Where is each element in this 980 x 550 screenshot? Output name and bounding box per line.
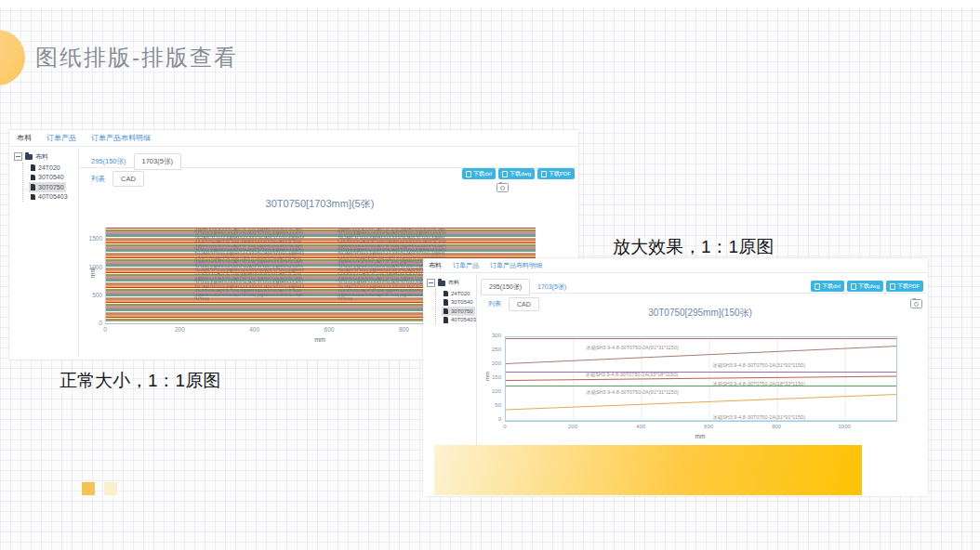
file-export-icon bbox=[502, 171, 508, 177]
layout-lines bbox=[506, 337, 896, 421]
folder-icon bbox=[438, 281, 445, 286]
tree-item-label: 24T020 bbox=[38, 164, 60, 171]
tree-root-row[interactable]: 布料 bbox=[427, 278, 478, 288]
bottom-accent-bar bbox=[434, 445, 862, 495]
y-tick: 100 bbox=[477, 388, 501, 394]
export-button-下载dwg[interactable]: 下载dwg bbox=[498, 168, 535, 179]
tree-item-label: 30T0750 bbox=[451, 308, 473, 314]
layout-strip bbox=[106, 234, 536, 237]
tree-item-30T0540[interactable]: 30T0540 bbox=[29, 173, 66, 183]
x-tick: 800 bbox=[394, 326, 413, 333]
export-button-label: 下载dwg bbox=[858, 283, 880, 289]
tab-CAD[interactable]: CAD bbox=[113, 171, 144, 187]
export-button-label: 下载dxf bbox=[473, 171, 492, 177]
view-tabs: 列表CAD bbox=[84, 171, 144, 187]
material-tree: 布料24T02030T054030T075040T05403 bbox=[14, 151, 70, 202]
y-tick: 300 bbox=[477, 333, 501, 338]
tree-root-label: 布料 bbox=[35, 152, 48, 162]
tab-1703(5张)[interactable]: 1703(5张) bbox=[134, 153, 181, 170]
tree-item-30T0750[interactable]: 30T0750 bbox=[442, 307, 475, 316]
export-button-下载dxf[interactable]: 下载dxf bbox=[462, 168, 496, 179]
file-icon bbox=[31, 164, 35, 171]
export-button-label: 下载PDF bbox=[897, 283, 920, 289]
layout-strip bbox=[106, 242, 536, 243]
layout-line-cut-diagonal-upper bbox=[506, 347, 896, 364]
x-tick: 600 bbox=[320, 326, 338, 333]
view-tabs: 列表CAD bbox=[481, 296, 539, 311]
file-export-icon bbox=[814, 283, 820, 290]
tab-CAD[interactable]: CAD bbox=[509, 297, 539, 311]
export-buttons: 下载dxf下载dwg下载PDF bbox=[462, 168, 575, 179]
tree-root-label: 布料 bbox=[448, 279, 459, 287]
y-tick: 250 bbox=[477, 347, 501, 352]
tab-列表[interactable]: 列表 bbox=[84, 172, 113, 187]
file-icon bbox=[31, 175, 35, 181]
tree-children: 24T02030T054030T075040T05403 bbox=[22, 163, 70, 202]
export-button-下载PDF[interactable]: 下载PDF bbox=[886, 281, 923, 292]
deco-square-dark bbox=[82, 482, 95, 495]
material-tree: 布料24T02030T054030T075040T05403 bbox=[427, 278, 478, 324]
tab-订单产品布料明细[interactable]: 订单产品布料明细 bbox=[91, 133, 151, 143]
file-export-icon bbox=[851, 283, 856, 290]
export-button-下载PDF[interactable]: 下载PDF bbox=[537, 168, 575, 179]
y-tick: 50 bbox=[477, 402, 501, 408]
export-button-label: 下载PDF bbox=[549, 171, 571, 177]
tab-布料[interactable]: 布料 bbox=[17, 133, 32, 143]
chart-title: 30T0750[1703mm](5张) bbox=[105, 197, 535, 211]
x-tick: 0 bbox=[96, 326, 114, 333]
top-white-strip bbox=[0, 0, 980, 7]
x-tick: 0 bbox=[496, 424, 514, 429]
collapse-icon[interactable] bbox=[14, 152, 22, 161]
x-tick: 1000 bbox=[835, 424, 854, 429]
x-tick: 600 bbox=[699, 424, 718, 429]
divider bbox=[423, 272, 928, 273]
save-image-icon[interactable] bbox=[910, 299, 922, 308]
part-label-cluster: 冰箱SH3.9-4.8-30T0750-2A(91*31*1150) 冰箱SH3… bbox=[194, 228, 304, 323]
tab-订单产品[interactable]: 订单产品 bbox=[453, 261, 479, 270]
layout-strip bbox=[106, 249, 536, 252]
file-icon bbox=[31, 184, 35, 190]
tree-item-24T020[interactable]: 24T020 bbox=[442, 289, 471, 298]
file-export-icon bbox=[541, 171, 547, 177]
export-button-下载dwg[interactable]: 下载dwg bbox=[847, 281, 883, 292]
file-export-icon bbox=[890, 283, 895, 290]
tree-item-label: 30T0750 bbox=[38, 184, 64, 190]
y-axis-label: mm bbox=[484, 372, 490, 381]
caption-zoom-effect: 放大效果，1：1原图 bbox=[613, 235, 774, 259]
tab-布料[interactable]: 布料 bbox=[429, 261, 442, 270]
file-icon bbox=[444, 317, 448, 323]
export-button-label: 下载dxf bbox=[822, 283, 841, 289]
tree-item-label: 40T05403 bbox=[451, 317, 476, 322]
tree-item-40T05403[interactable]: 40T05403 bbox=[29, 192, 70, 203]
x-tick: 200 bbox=[170, 326, 189, 333]
export-button-下载dxf[interactable]: 下载dxf bbox=[811, 281, 844, 292]
y-tick: 0 bbox=[477, 416, 501, 422]
caption-normal-size: 正常大小，1：1原图 bbox=[60, 369, 220, 393]
tab-订单产品布料明细[interactable]: 订单产品布料明细 bbox=[490, 261, 542, 270]
y-tick: 200 bbox=[477, 360, 501, 366]
tree-item-30T0750[interactable]: 30T0750 bbox=[29, 182, 66, 192]
save-image-icon[interactable] bbox=[497, 183, 509, 192]
tree-children: 24T02030T054030T075040T05403 bbox=[435, 289, 478, 324]
file-icon bbox=[31, 194, 35, 201]
export-button-label: 下载dwg bbox=[510, 171, 531, 177]
module-tabs: 布料订单产品订单产品布料明细 bbox=[429, 261, 542, 270]
layout-line-cut-diagonal-lower bbox=[506, 395, 896, 411]
slide-title: 图纸排版-排版查看 bbox=[35, 43, 238, 72]
tree-item-label: 30T0540 bbox=[451, 299, 473, 305]
collapse-icon[interactable] bbox=[427, 279, 435, 287]
tree-item-24T020[interactable]: 24T020 bbox=[29, 163, 62, 173]
tab-underline bbox=[479, 293, 926, 294]
tab-订单产品[interactable]: 订单产品 bbox=[46, 133, 76, 143]
tree-root-row[interactable]: 布料 bbox=[14, 151, 70, 162]
deco-square-light bbox=[104, 482, 117, 495]
x-tick: 400 bbox=[245, 326, 264, 333]
x-axis-label: mm bbox=[505, 433, 895, 439]
divider bbox=[9, 146, 578, 147]
tree-item-label: 40T05403 bbox=[38, 193, 68, 200]
tree-item-30T0540[interactable]: 30T0540 bbox=[442, 298, 475, 308]
tab-295(150张)[interactable]: 295(150张) bbox=[481, 279, 530, 295]
module-tabs: 布料订单产品订单产品布料明细 bbox=[17, 133, 151, 143]
tree-item-40T05403[interactable]: 40T05403 bbox=[442, 316, 478, 325]
tree-item-label: 24T020 bbox=[451, 291, 470, 296]
